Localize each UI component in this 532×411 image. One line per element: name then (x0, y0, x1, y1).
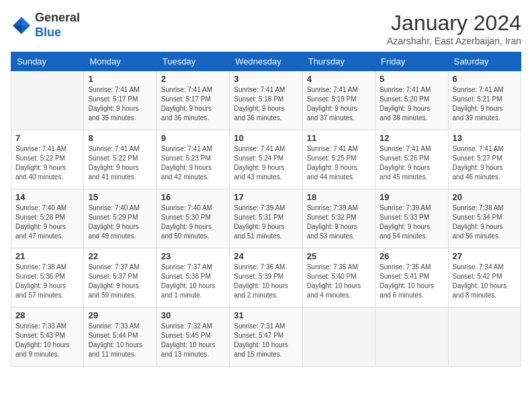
day-info: Sunrise: 7:37 AMSunset: 5:38 PMDaylight:… (161, 263, 225, 300)
calendar-cell: 17Sunrise: 7:39 AMSunset: 5:31 PMDayligh… (230, 189, 302, 248)
calendar-cell: 9Sunrise: 7:41 AMSunset: 5:23 PMDaylight… (157, 130, 229, 189)
day-number: 17 (234, 192, 298, 202)
calendar-cell: 28Sunrise: 7:33 AMSunset: 5:43 PMDayligh… (11, 308, 84, 367)
day-info: Sunrise: 7:41 AMSunset: 5:26 PMDaylight:… (380, 144, 443, 182)
day-info: Sunrise: 7:41 AMSunset: 5:20 PMDaylight:… (380, 85, 443, 123)
day-number: 29 (88, 310, 152, 320)
day-number: 31 (234, 310, 298, 320)
col-header-tuesday: Tuesday (157, 52, 229, 71)
month-title: January 2024 (387, 11, 521, 36)
day-number: 9 (161, 133, 225, 143)
day-number: 22 (88, 251, 152, 261)
day-info: Sunrise: 7:41 AMSunset: 5:18 PMDaylight:… (234, 85, 298, 123)
calendar-cell (11, 71, 84, 130)
day-number: 26 (380, 251, 443, 261)
day-number: 3 (234, 74, 298, 84)
calendar-cell: 5Sunrise: 7:41 AMSunset: 5:20 PMDaylight… (375, 71, 448, 130)
day-number: 20 (453, 192, 517, 202)
calendar-cell: 29Sunrise: 7:33 AMSunset: 5:44 PMDayligh… (84, 308, 157, 367)
day-info: Sunrise: 7:40 AMSunset: 5:29 PMDaylight:… (88, 203, 152, 241)
logo-text: General Blue (35, 11, 80, 40)
page-header: General Blue January 2024 Azarshahr, Eas… (11, 11, 521, 46)
calendar-cell: 11Sunrise: 7:41 AMSunset: 5:25 PMDayligh… (302, 130, 375, 189)
day-number: 23 (161, 251, 225, 261)
day-info: Sunrise: 7:33 AMSunset: 5:43 PMDaylight:… (15, 322, 79, 359)
day-info: Sunrise: 7:39 AMSunset: 5:31 PMDaylight:… (234, 203, 298, 241)
day-number: 28 (15, 310, 79, 320)
day-number: 16 (161, 192, 225, 202)
day-number: 14 (15, 192, 79, 202)
calendar-cell: 20Sunrise: 7:38 AMSunset: 5:34 PMDayligh… (448, 189, 521, 248)
day-number: 1 (88, 74, 152, 84)
calendar-cell: 23Sunrise: 7:37 AMSunset: 5:38 PMDayligh… (157, 248, 229, 308)
day-info: Sunrise: 7:40 AMSunset: 5:30 PMDaylight:… (161, 203, 225, 241)
day-info: Sunrise: 7:41 AMSunset: 5:21 PMDaylight:… (453, 85, 517, 123)
calendar-cell: 15Sunrise: 7:40 AMSunset: 5:29 PMDayligh… (84, 189, 157, 248)
day-number: 15 (88, 192, 152, 202)
svg-marker-1 (21, 17, 30, 26)
calendar-cell: 7Sunrise: 7:41 AMSunset: 5:22 PMDaylight… (11, 130, 84, 189)
calendar-cell: 21Sunrise: 7:38 AMSunset: 5:36 PMDayligh… (11, 248, 84, 308)
day-info: Sunrise: 7:41 AMSunset: 5:17 PMDaylight:… (161, 85, 225, 123)
col-header-monday: Monday (84, 52, 157, 71)
day-number: 19 (380, 192, 443, 202)
day-info: Sunrise: 7:41 AMSunset: 5:19 PMDaylight:… (307, 85, 371, 123)
calendar-cell: 12Sunrise: 7:41 AMSunset: 5:26 PMDayligh… (375, 130, 448, 189)
day-info: Sunrise: 7:31 AMSunset: 5:47 PMDaylight:… (234, 322, 298, 359)
day-info: Sunrise: 7:36 AMSunset: 5:39 PMDaylight:… (234, 263, 298, 300)
day-info: Sunrise: 7:41 AMSunset: 5:27 PMDaylight:… (453, 144, 517, 182)
calendar-cell: 26Sunrise: 7:35 AMSunset: 5:41 PMDayligh… (375, 248, 448, 308)
logo: General Blue (11, 11, 80, 40)
day-info: Sunrise: 7:40 AMSunset: 5:28 PMDaylight:… (15, 203, 79, 241)
title-block: January 2024 Azarshahr, East Azerbaijan,… (387, 11, 521, 46)
day-info: Sunrise: 7:35 AMSunset: 5:40 PMDaylight:… (307, 263, 371, 300)
day-info: Sunrise: 7:39 AMSunset: 5:33 PMDaylight:… (380, 203, 443, 241)
svg-marker-2 (13, 26, 21, 34)
calendar-cell (302, 308, 375, 367)
day-info: Sunrise: 7:34 AMSunset: 5:42 PMDaylight:… (453, 263, 517, 300)
day-info: Sunrise: 7:38 AMSunset: 5:36 PMDaylight:… (15, 263, 79, 300)
col-header-saturday: Saturday (448, 52, 521, 71)
calendar-cell: 27Sunrise: 7:34 AMSunset: 5:42 PMDayligh… (448, 248, 521, 308)
day-number: 5 (380, 74, 443, 84)
day-number: 8 (88, 133, 152, 143)
calendar-cell: 10Sunrise: 7:41 AMSunset: 5:24 PMDayligh… (230, 130, 302, 189)
calendar-cell: 25Sunrise: 7:35 AMSunset: 5:40 PMDayligh… (302, 248, 375, 308)
day-number: 25 (307, 251, 371, 261)
day-info: Sunrise: 7:41 AMSunset: 5:25 PMDaylight:… (307, 144, 371, 182)
day-number: 18 (307, 192, 371, 202)
calendar-cell: 22Sunrise: 7:37 AMSunset: 5:37 PMDayligh… (84, 248, 157, 308)
calendar-cell: 18Sunrise: 7:39 AMSunset: 5:32 PMDayligh… (302, 189, 375, 248)
day-info: Sunrise: 7:37 AMSunset: 5:37 PMDaylight:… (88, 263, 152, 300)
day-number: 10 (234, 133, 298, 143)
day-info: Sunrise: 7:41 AMSunset: 5:17 PMDaylight:… (88, 85, 152, 123)
day-info: Sunrise: 7:41 AMSunset: 5:24 PMDaylight:… (234, 144, 298, 182)
day-number: 24 (234, 251, 298, 261)
day-number: 4 (307, 74, 371, 84)
calendar-cell (448, 308, 521, 367)
calendar-cell: 13Sunrise: 7:41 AMSunset: 5:27 PMDayligh… (448, 130, 521, 189)
day-number: 13 (453, 133, 517, 143)
calendar-cell: 24Sunrise: 7:36 AMSunset: 5:39 PMDayligh… (230, 248, 302, 308)
day-info: Sunrise: 7:32 AMSunset: 5:45 PMDaylight:… (161, 322, 225, 359)
col-header-thursday: Thursday (302, 52, 375, 71)
calendar-cell: 6Sunrise: 7:41 AMSunset: 5:21 PMDaylight… (448, 71, 521, 130)
day-info: Sunrise: 7:38 AMSunset: 5:34 PMDaylight:… (453, 203, 517, 241)
day-info: Sunrise: 7:39 AMSunset: 5:32 PMDaylight:… (307, 203, 371, 241)
day-number: 2 (161, 74, 225, 84)
calendar-cell: 4Sunrise: 7:41 AMSunset: 5:19 PMDaylight… (302, 71, 375, 130)
calendar-cell: 14Sunrise: 7:40 AMSunset: 5:28 PMDayligh… (11, 189, 84, 248)
day-number: 21 (15, 251, 79, 261)
logo-icon (11, 15, 32, 36)
calendar-cell (375, 308, 448, 367)
day-number: 11 (307, 133, 371, 143)
calendar-cell: 19Sunrise: 7:39 AMSunset: 5:33 PMDayligh… (375, 189, 448, 248)
day-number: 27 (453, 251, 517, 261)
col-header-friday: Friday (375, 52, 448, 71)
day-number: 7 (15, 133, 79, 143)
day-info: Sunrise: 7:41 AMSunset: 5:22 PMDaylight:… (15, 144, 79, 182)
calendar-cell: 3Sunrise: 7:41 AMSunset: 5:18 PMDaylight… (230, 71, 302, 130)
day-info: Sunrise: 7:35 AMSunset: 5:41 PMDaylight:… (380, 263, 443, 300)
day-info: Sunrise: 7:41 AMSunset: 5:23 PMDaylight:… (161, 144, 225, 182)
calendar-table: SundayMondayTuesdayWednesdayThursdayFrid… (11, 52, 521, 367)
